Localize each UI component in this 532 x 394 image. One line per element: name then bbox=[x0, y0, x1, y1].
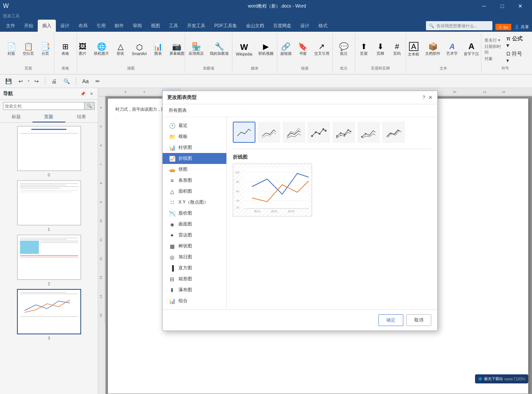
undo-dropdown[interactable]: ▾ bbox=[28, 79, 30, 83]
smartart-button[interactable]: ⬡ SmartArt bbox=[129, 42, 149, 57]
category-waterfall[interactable]: ⬇ 瀑布图 bbox=[163, 284, 226, 295]
column-icon: 📊 bbox=[169, 145, 175, 151]
sidebar-close-button[interactable]: ✕ bbox=[88, 90, 95, 97]
dialog-close-button[interactable]: ✕ bbox=[428, 94, 433, 100]
category-bar[interactable]: ≡ 条形图 bbox=[163, 175, 226, 186]
change-chart-type-dialog[interactable]: 更改图表类型 ? ✕ 所有图表 🕐 最近 📁 模板 📊 bbox=[162, 91, 438, 331]
tab-mailings[interactable]: 邮件 bbox=[110, 20, 128, 32]
tab-developer[interactable]: 开发工具 bbox=[183, 20, 210, 32]
custom-button[interactable]: ✏ bbox=[93, 77, 102, 85]
bookmark-button[interactable]: 🔖 书签 bbox=[295, 41, 311, 58]
wikipedia-button[interactable]: W Wikipedia bbox=[234, 42, 254, 58]
footer-button[interactable]: ⬇ 页脚 bbox=[373, 41, 388, 58]
undo-button[interactable]: ↩ bbox=[16, 77, 25, 85]
category-histogram[interactable]: ▐ 直方图 bbox=[163, 263, 226, 273]
page-thumb-3[interactable] bbox=[17, 289, 81, 334]
line-type-6[interactable] bbox=[357, 122, 380, 143]
category-combo[interactable]: 📊 组合 bbox=[163, 295, 226, 306]
format-button[interactable]: Aa bbox=[80, 77, 91, 85]
symbol-button[interactable]: Ω 符号 ▾ bbox=[505, 50, 526, 64]
tab-layout[interactable]: 布局 bbox=[74, 20, 92, 32]
tab-format[interactable]: 格式 bbox=[314, 20, 332, 32]
ok-button[interactable]: 确定 bbox=[378, 314, 403, 326]
line-type-2[interactable] bbox=[258, 122, 280, 143]
category-template[interactable]: 📁 模板 bbox=[163, 131, 226, 142]
warning-btn[interactable]: ⚠ bo bbox=[495, 24, 511, 30]
page-thumb-2[interactable] bbox=[17, 235, 81, 280]
comment-button[interactable]: 💬 批注 bbox=[336, 41, 351, 58]
dialog-help-button[interactable]: ? bbox=[422, 94, 425, 100]
quick-parts-button[interactable]: 📦 文档部件 bbox=[423, 41, 443, 58]
blank-page-button[interactable]: 📋 空白页 bbox=[20, 41, 36, 58]
sidebar-search-input[interactable] bbox=[3, 103, 84, 110]
textbox-button[interactable]: A 文本框 bbox=[406, 40, 421, 59]
tab-results[interactable]: 结果 bbox=[65, 112, 98, 122]
tab-baidu[interactable]: 百度网盘 bbox=[269, 20, 296, 32]
cancel-button[interactable]: 取消 bbox=[406, 314, 431, 326]
category-pie[interactable]: 🥧 饼图 bbox=[163, 164, 226, 175]
tab-wps[interactable]: 金山文档 bbox=[241, 20, 269, 32]
tab-file[interactable]: 文件 bbox=[2, 20, 20, 32]
cross-ref-button[interactable]: ↗ 交叉引用 bbox=[312, 41, 332, 58]
tab-home[interactable]: 开始 bbox=[20, 20, 38, 32]
category-scatter[interactable]: ∷ X Y（散点图） bbox=[163, 197, 226, 208]
page-thumb-1[interactable] bbox=[17, 180, 81, 226]
screenshot-button[interactable]: 📷 屏幕截图 bbox=[167, 41, 187, 58]
line-type-7[interactable] bbox=[382, 122, 405, 143]
tab-insert[interactable]: 插入 bbox=[38, 20, 56, 32]
shapes-button[interactable]: △ 形状 bbox=[113, 41, 128, 58]
redo-button[interactable]: ↪ bbox=[32, 77, 41, 85]
online-video-button[interactable]: ▶ 联机视频 bbox=[256, 41, 276, 58]
category-column[interactable]: 📊 柱状图 bbox=[163, 142, 226, 153]
category-radar[interactable]: ✦ 雷达图 bbox=[163, 230, 226, 241]
line-type-3[interactable] bbox=[283, 122, 305, 143]
formula-button[interactable]: π 公式 ▾ bbox=[505, 35, 526, 49]
category-area[interactable]: △ 面积图 bbox=[163, 186, 226, 197]
category-line[interactable]: 📈 折线图 bbox=[163, 153, 226, 164]
share-btn[interactable]: 👤 共享 bbox=[514, 24, 529, 30]
tab-review[interactable]: 审阅 bbox=[128, 20, 146, 32]
dropcap-button[interactable]: A 首字下沉 bbox=[461, 41, 481, 58]
line-type-5[interactable] bbox=[332, 122, 355, 143]
wordart-button[interactable]: A 艺术字 bbox=[444, 41, 460, 58]
category-stock[interactable]: 📉 股价图 bbox=[163, 208, 226, 219]
close-button[interactable]: ✕ bbox=[512, 0, 529, 12]
category-surface[interactable]: ◈ 曲面图 bbox=[163, 219, 226, 230]
preview-button[interactable]: 🔍 bbox=[61, 77, 72, 85]
tab-chart-design[interactable]: 设计 bbox=[296, 20, 314, 32]
minimize-button[interactable]: ─ bbox=[475, 0, 493, 12]
tab-headings[interactable]: 标题 bbox=[0, 112, 32, 122]
store-label: 应用商店 bbox=[189, 51, 204, 56]
my-addins-button[interactable]: 🔧 我的加载项 bbox=[208, 41, 231, 58]
category-sunburst[interactable]: ◎ 旭日图 bbox=[163, 252, 226, 263]
tab-pages[interactable]: 页面 bbox=[32, 112, 65, 122]
tab-view[interactable]: 视图 bbox=[146, 20, 165, 32]
print-button[interactable]: 🖨 bbox=[49, 77, 59, 85]
store-button[interactable]: 🏪 应用商店 bbox=[186, 41, 206, 58]
hyperlink-button[interactable]: 🔗 超链接 bbox=[278, 41, 294, 58]
tab-references[interactable]: 引用 bbox=[92, 20, 110, 32]
tab-design[interactable]: 设计 bbox=[56, 20, 74, 32]
restore-button[interactable]: □ bbox=[494, 0, 511, 12]
online-picture-button[interactable]: 🌐 联机图片 bbox=[92, 41, 111, 58]
sidebar-pin-button[interactable]: 📌 bbox=[80, 90, 86, 97]
tab-tools[interactable]: 工具 bbox=[165, 20, 183, 32]
search-input[interactable] bbox=[437, 23, 489, 28]
tab-pdf[interactable]: PDF工具集 bbox=[210, 20, 241, 32]
category-box[interactable]: ⊟ 箱形图 bbox=[163, 273, 226, 284]
page-break-button[interactable]: 📑 分页 bbox=[38, 41, 53, 58]
line-type-1[interactable] bbox=[233, 122, 255, 143]
line-type-4[interactable] bbox=[308, 122, 330, 143]
page-number-button[interactable]: # 页码 bbox=[389, 41, 404, 58]
cover-button[interactable]: 📄 封面 bbox=[4, 41, 19, 58]
picture-button[interactable]: 🖼 图片 bbox=[75, 41, 90, 58]
search-container: 🔍 bbox=[426, 21, 492, 30]
sidebar-search-button[interactable]: 🔍 bbox=[84, 102, 94, 110]
header-button[interactable]: ⬆ 页眉 bbox=[356, 41, 371, 58]
chart-button[interactable]: 📊 图表 bbox=[151, 41, 166, 58]
page-thumb-0[interactable] bbox=[17, 126, 81, 171]
table-button[interactable]: ⊞ 表格 bbox=[58, 41, 73, 58]
category-treemap[interactable]: ▦ 树状图 bbox=[163, 241, 226, 252]
save-button[interactable]: 💾 bbox=[3, 77, 14, 85]
category-recent[interactable]: 🕐 最近 bbox=[163, 120, 226, 131]
